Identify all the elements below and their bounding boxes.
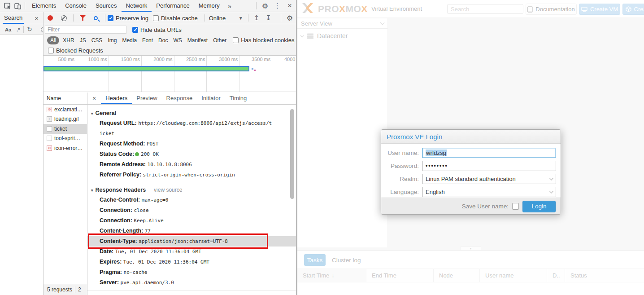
search-drawer-tab[interactable]: Search × [0, 12, 44, 24]
filter-icon[interactable] [80, 15, 86, 21]
inspect-element-icon[interactable] [3, 1, 13, 10]
chip-js[interactable]: JS [77, 36, 89, 44]
save-user-name-checkbox[interactable] [512, 203, 519, 210]
password-field[interactable]: •••••••• [422, 161, 556, 171]
clear-requests-icon[interactable] [61, 15, 67, 21]
timeline-tick: 3500 ms [239, 56, 272, 92]
login-dialog: Proxmox VE Login User name: wrfdzsg Pass… [381, 129, 561, 215]
header-row: Request Method: POST [87, 139, 296, 149]
has-blocked-cookies-checkbox[interactable] [233, 37, 239, 43]
divider [248, 14, 248, 22]
header-row: Date: Tue, 01 Dec 2020 11:36:04 GMT [87, 247, 296, 257]
request-name: loading.gif [54, 116, 79, 122]
refresh-icon[interactable]: ↻ [25, 26, 34, 33]
network-overview-timeline[interactable]: 500 ms 1000 ms 1500 ms 2000 ms 2500 ms 3… [44, 56, 296, 92]
header-row: Connection: Keep-Alive [87, 216, 296, 226]
blocked-requests-row: Blocked Requests [44, 45, 296, 56]
image-file-icon: • [47, 116, 52, 122]
tab-initiator[interactable]: Initiator [197, 92, 225, 104]
view-source-link[interactable]: view source [154, 187, 182, 193]
response-headers-section-header[interactable]: ▾Response Headersview source [87, 185, 296, 195]
blocked-requests-checkbox[interactable] [48, 48, 54, 53]
password-value-masked: •••••••• [426, 163, 448, 169]
settings-icon[interactable]: ⚙ [259, 2, 271, 10]
request-row[interactable]: ⊘ icon-error… [44, 143, 87, 153]
chip-all[interactable]: All [47, 36, 59, 44]
general-section-header[interactable]: ▾General [87, 108, 296, 118]
chip-css[interactable]: CSS [89, 36, 105, 44]
import-har-icon[interactable]: ↥ [251, 14, 263, 22]
username-field[interactable]: wrfdzsg [422, 148, 556, 158]
request-row-selected[interactable]: ticket [44, 124, 87, 134]
request-row[interactable]: ⊘ exclamati… [44, 105, 87, 114]
chevron-down-icon: ▼ [239, 16, 246, 21]
request-row[interactable]: tool-sprit… [44, 134, 87, 144]
tab-timing[interactable]: Timing [225, 92, 252, 104]
tab-elements[interactable]: Elements [27, 0, 61, 12]
device-toolbar-icon[interactable] [13, 1, 22, 10]
chip-xhr[interactable]: XHR [60, 36, 77, 44]
name-column-header[interactable]: Name [44, 92, 87, 105]
preserve-log-checkbox[interactable] [108, 15, 113, 21]
close-search-icon[interactable]: × [33, 14, 40, 22]
chip-doc[interactable]: Doc [156, 36, 170, 44]
timeline-activity-bar [44, 66, 249, 71]
scrollbar-thumb[interactable] [290, 109, 294, 199]
language-select[interactable]: English [422, 187, 556, 197]
login-dialog-body: User name: wrfdzsg Password: •••••••• Re… [381, 144, 561, 198]
realm-select[interactable]: Linux PAM standard authentication [422, 174, 556, 184]
preserve-log-label: Preserve log [116, 15, 148, 22]
save-user-name-label: Save User name: [462, 203, 509, 210]
regex-icon[interactable]: .* [14, 27, 22, 32]
detail-tabbar: × Headers Preview Response Initiator Tim… [87, 92, 296, 105]
network-status-bar: 5 requests 2 [44, 284, 87, 295]
timeline-tick: 2500 ms [174, 56, 207, 92]
header-row: Connection: close [87, 205, 296, 216]
chip-font[interactable]: Font [139, 36, 156, 44]
tab-performance[interactable]: Performance [152, 0, 194, 12]
tab-headers[interactable]: Headers [101, 92, 132, 104]
header-row: Content-Length: 77 [87, 226, 296, 236]
throttling-dropdown[interactable]: Online ▼ [207, 15, 246, 22]
request-row[interactable]: • loading.gif [44, 114, 87, 124]
match-case-icon[interactable]: Aa [2, 27, 14, 32]
requests-table: Name ⊘ exclamati… • loading.gif ticket t… [44, 92, 87, 284]
timeline-tick: 2000 ms [142, 56, 174, 92]
language-label: Language: [381, 189, 419, 195]
network-settings-icon[interactable]: ⚙ [283, 14, 296, 22]
headers-content: ▾General Request URL: https://cloudweg.c… [87, 105, 296, 295]
timeline-tick: 4000 ms [272, 56, 296, 92]
timeline-dot [254, 70, 256, 71]
close-devtools-icon[interactable]: × [283, 1, 296, 10]
chip-img[interactable]: Img [105, 36, 119, 44]
transferred-partial: 2 [78, 286, 81, 293]
chip-manifest[interactable]: Manifest [185, 36, 210, 44]
disable-cache-checkbox[interactable] [153, 15, 159, 21]
chip-media[interactable]: Media [119, 36, 139, 44]
chip-other[interactable]: Other [210, 36, 229, 44]
filter-input[interactable] [45, 26, 126, 34]
tab-console[interactable]: Console [61, 0, 91, 12]
tab-preview[interactable]: Preview [132, 92, 161, 104]
overflow-menu-icon[interactable]: ⋮ [271, 2, 283, 10]
record-icon[interactable] [48, 15, 53, 21]
more-tabs-icon[interactable]: » [224, 3, 235, 9]
tab-memory[interactable]: Memory [194, 0, 224, 12]
login-button[interactable]: Login [522, 201, 556, 212]
tab-sources[interactable]: Sources [91, 0, 122, 12]
close-detail-icon[interactable]: × [87, 95, 101, 102]
tab-network[interactable]: Network [122, 0, 152, 12]
scrollbar[interactable] [290, 107, 294, 292]
request-name: ticket [54, 126, 67, 132]
hide-data-urls-checkbox[interactable] [132, 27, 138, 33]
export-har-icon[interactable]: ↧ [262, 14, 274, 22]
password-label: Password: [381, 163, 419, 169]
request-type-chips: All XHR JS CSS Img Media Font Doc WS Man… [44, 35, 296, 45]
document-icon [47, 126, 52, 132]
search-icon[interactable] [94, 16, 98, 20]
clear-search-icon[interactable] [41, 27, 43, 32]
tab-response[interactable]: Response [162, 92, 197, 104]
chip-ws[interactable]: WS [170, 36, 184, 44]
language-value: English [426, 189, 445, 195]
request-headers-section-header[interactable]: ▾Request Headersview source [87, 293, 296, 295]
